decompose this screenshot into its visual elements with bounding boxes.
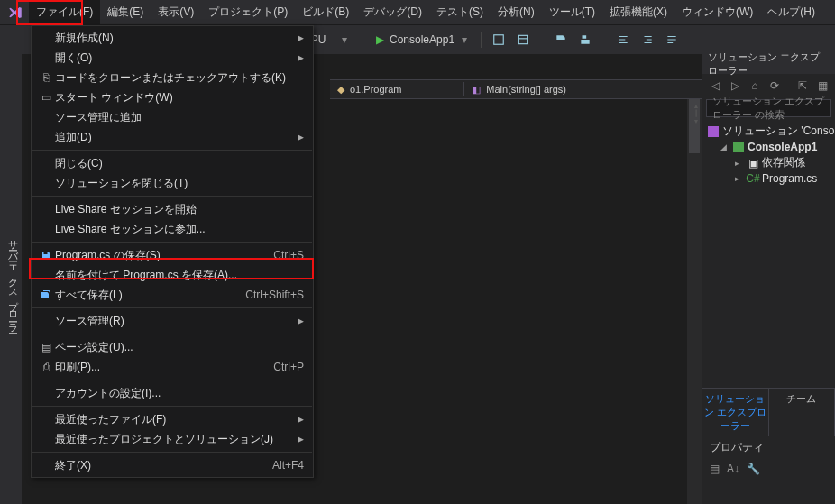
submenu-arrow-icon: ▶ xyxy=(298,316,304,325)
menu-edit[interactable]: 編集(E) xyxy=(100,0,151,24)
forward-icon[interactable]: ▷ xyxy=(728,78,742,93)
caret-closed-icon: ▸ xyxy=(735,174,744,183)
solution-icon xyxy=(708,126,719,137)
menu-separator xyxy=(32,196,312,197)
vs-logo-icon xyxy=(7,4,23,22)
alphabetical-icon[interactable]: A↓ xyxy=(727,463,739,475)
tree-solution-node[interactable]: ソリューション 'ConsoleApp1' xyxy=(704,123,833,140)
start-debug-button[interactable]: ▶ ConsoleApp1 ▾ xyxy=(369,29,474,50)
crumb-method[interactable]: ◧ Main(string[] args) xyxy=(464,84,573,96)
menu-debug[interactable]: デバッグ(D) xyxy=(356,0,429,24)
menu-separator xyxy=(32,452,312,453)
file-save[interactable]: Program.cs の保存(S)Ctrl+S xyxy=(32,245,313,265)
submenu-arrow-icon: ▶ xyxy=(298,53,304,62)
svg-rect-1 xyxy=(518,35,527,43)
save-icon xyxy=(37,250,55,261)
file-source-control[interactable]: ソース管理(R)▶ xyxy=(32,311,313,331)
file-exit[interactable]: 終了(X)Alt+F4 xyxy=(32,455,313,475)
file-liveshare-join[interactable]: Live Share セッションに参加... xyxy=(32,219,313,239)
run-dropdown-icon: ▾ xyxy=(462,33,467,46)
config-dropdown-icon[interactable]: ▾ xyxy=(334,29,355,50)
file-save-all[interactable]: すべて保存(L)Ctrl+Shift+S xyxy=(32,285,313,305)
tree-deps-node[interactable]: ▸ ▣ 依存関係 xyxy=(704,154,833,171)
show-all-icon[interactable]: ▦ xyxy=(815,78,830,93)
file-add-source-control[interactable]: ソース管理に追加 xyxy=(32,107,313,127)
file-account-settings[interactable]: アカウントの設定(I)... xyxy=(32,383,313,403)
menu-separator xyxy=(32,406,312,407)
editor-vertical-scrollbar[interactable] xyxy=(687,99,702,504)
menu-view[interactable]: 表示(V) xyxy=(151,0,201,24)
categorized-icon[interactable]: ▤ xyxy=(710,463,720,475)
toolbar-btn-5[interactable] xyxy=(612,29,634,50)
menu-tools[interactable]: ツール(T) xyxy=(542,0,602,24)
file-open[interactable]: 開く(O)▶ xyxy=(32,48,313,68)
side-tab-server-explorer[interactable]: サーバー エクスプローラー xyxy=(5,230,22,332)
properties-title: プロパティ xyxy=(702,436,835,459)
file-close-solution[interactable]: ソリューションを閉じる(T) xyxy=(32,173,313,193)
right-panel-tabs: ソリューション エクスプローラー チーム プロパティ ▤ A↓ 🔧 xyxy=(702,388,835,504)
csproj-icon xyxy=(733,142,744,152)
file-liveshare-start[interactable]: Live Share セッションを開始 xyxy=(32,199,313,219)
tab-solution-explorer[interactable]: ソリューション エクスプローラー xyxy=(702,389,769,436)
svg-rect-0 xyxy=(494,35,504,45)
menu-help[interactable]: ヘルプ(H) xyxy=(760,0,822,24)
home-icon[interactable]: ⌂ xyxy=(748,78,762,93)
file-menu-dropdown: 新規作成(N)▶ 開く(O)▶ ⎘コードをクローンまたはチェックアウトする(K)… xyxy=(31,25,314,478)
menu-analyze[interactable]: 分析(N) xyxy=(491,0,542,24)
caret-closed-icon: ▸ xyxy=(735,159,744,168)
solution-tree: ソリューション 'ConsoleApp1' ◢ ConsoleApp1 ▸ ▣ … xyxy=(702,119,835,189)
toolbar-sep xyxy=(481,32,482,48)
menu-file[interactable]: ファイル(F) xyxy=(29,0,100,24)
toolbar-btn-4[interactable] xyxy=(574,29,596,50)
tree-file-node[interactable]: ▸ C# Program.cs xyxy=(704,171,833,186)
menu-project[interactable]: プロジェクト(P) xyxy=(201,0,295,24)
file-page-setup[interactable]: ▤ページ設定(U)... xyxy=(32,337,313,357)
svg-rect-4 xyxy=(733,142,744,152)
file-recent-projects[interactable]: 最近使ったプロジェクトとソリューション(J)▶ xyxy=(32,429,313,449)
file-new[interactable]: 新規作成(N)▶ xyxy=(32,28,313,48)
menu-separator xyxy=(32,380,312,380)
breadcrumb-bar: ◆ o1.Program ◧ Main(string[] args) xyxy=(330,79,702,99)
tree-project-node[interactable]: ◢ ConsoleApp1 xyxy=(704,140,833,154)
submenu-arrow-icon: ▶ xyxy=(298,435,304,444)
left-side-tabs: サーバー エクスプローラー ツールボックス xyxy=(0,54,22,504)
splitter-grip-icon[interactable]: ▲┃▼ xyxy=(693,101,700,126)
solution-explorer-search[interactable]: ソリューション エクスプローラー の検索 xyxy=(706,99,831,117)
collapse-icon[interactable]: ⇱ xyxy=(795,78,810,93)
cs-file-icon: C# xyxy=(748,173,758,184)
toolbar-btn-3[interactable] xyxy=(550,29,572,50)
menu-test[interactable]: テスト(S) xyxy=(429,0,491,24)
toolbar-btn-7[interactable] xyxy=(661,29,683,50)
property-pages-icon[interactable]: 🔧 xyxy=(747,463,760,475)
toolbar-btn-1[interactable] xyxy=(488,29,509,50)
menu-separator xyxy=(32,150,312,151)
menu-separator xyxy=(32,334,312,334)
solution-explorer-title: ソリューション エクスプローラー xyxy=(702,54,835,74)
play-icon: ▶ xyxy=(376,33,384,46)
clone-icon: ⎘ xyxy=(37,71,55,84)
file-recent-files[interactable]: 最近使ったファイル(F)▶ xyxy=(32,409,313,429)
menu-window[interactable]: ウィンドウ(W) xyxy=(674,0,760,24)
properties-body xyxy=(702,479,835,504)
menu-build[interactable]: ビルド(B) xyxy=(295,0,356,24)
refresh-icon[interactable]: ⟳ xyxy=(767,78,782,93)
menu-separator xyxy=(32,242,312,243)
crumb-namespace[interactable]: ◆ o1.Program xyxy=(330,84,408,96)
caret-open-icon: ◢ xyxy=(720,142,729,151)
back-icon[interactable]: ◁ xyxy=(708,78,722,93)
file-clone[interactable]: ⎘コードをクローンまたはチェックアウトする(K) xyxy=(32,68,313,87)
file-close[interactable]: 閉じる(C) xyxy=(32,153,313,173)
file-save-as[interactable]: 名前を付けて Program.cs を保存(A)... xyxy=(32,265,313,285)
method-icon: ◧ xyxy=(472,84,481,96)
file-start-window[interactable]: ▭スタート ウィンドウ(W) xyxy=(32,87,313,107)
toolbar-btn-2[interactable] xyxy=(512,29,534,50)
svg-rect-3 xyxy=(708,126,719,137)
menu-separator xyxy=(32,307,312,308)
menu-extensions[interactable]: 拡張機能(X) xyxy=(602,0,674,24)
toolbar-sep xyxy=(362,32,362,48)
deps-icon: ▣ xyxy=(748,158,758,169)
file-print[interactable]: ⎙印刷(P)...Ctrl+P xyxy=(32,357,313,377)
file-add[interactable]: 追加(D)▶ xyxy=(32,127,313,147)
tab-team[interactable]: チーム xyxy=(769,389,836,436)
toolbar-btn-6[interactable] xyxy=(637,29,658,50)
